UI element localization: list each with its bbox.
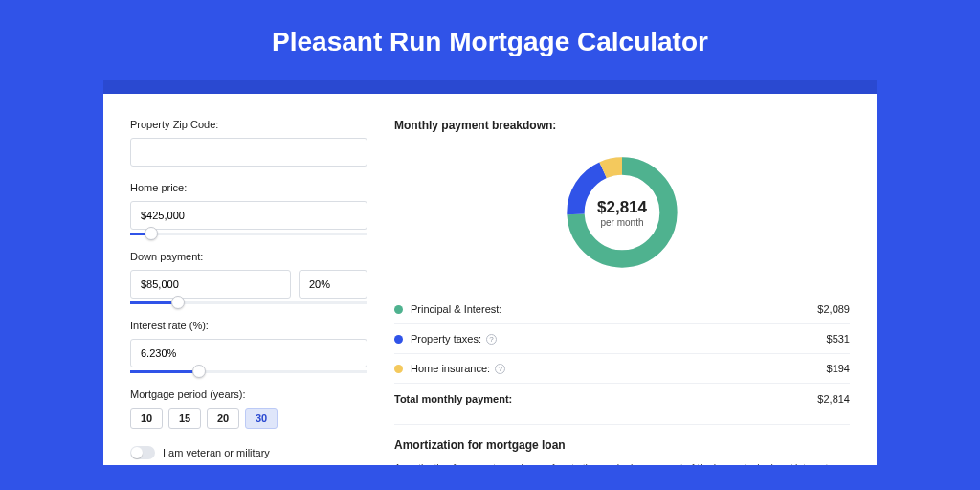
amortization-text: Amortization for a mortgage loan refers … <box>394 461 850 465</box>
down-payment-slider[interactable] <box>130 301 368 304</box>
total-label: Total monthly payment: <box>394 393 817 405</box>
home-price-slider-thumb[interactable] <box>145 227 158 240</box>
zip-input[interactable] <box>130 138 368 167</box>
legend-swatch <box>394 335 403 344</box>
period-option-15[interactable]: 15 <box>168 408 201 429</box>
legend-swatch <box>394 365 403 373</box>
home-price-label: Home price: <box>130 182 368 193</box>
total-row: Total monthly payment: $2,814 <box>394 383 850 416</box>
info-icon[interactable]: ? <box>495 364 505 374</box>
legend-swatch <box>394 305 403 314</box>
amortization-heading: Amortization for mortgage loan <box>394 438 850 452</box>
interest-row: Interest rate (%): <box>130 320 368 373</box>
breakdown-heading: Monthly payment breakdown: <box>394 119 850 132</box>
down-payment-slider-thumb[interactable] <box>171 296 185 309</box>
interest-input[interactable] <box>130 339 368 368</box>
down-payment-pct-input[interactable] <box>299 270 368 299</box>
calculator-card: Property Zip Code: Home price: Down paym… <box>103 94 877 465</box>
interest-slider[interactable] <box>130 370 368 373</box>
legend-row: Home insurance:?$194 <box>394 354 850 383</box>
total-value: $2,814 <box>817 393 850 405</box>
content-band: Property Zip Code: Home price: Down paym… <box>103 80 877 465</box>
veteran-row: I am veteran or military <box>130 446 368 459</box>
toggle-knob <box>131 447 143 458</box>
period-option-10[interactable]: 10 <box>130 408 163 429</box>
legend-label: Home insurance:? <box>411 363 827 374</box>
veteran-label: I am veteran or military <box>163 447 270 458</box>
donut-value: $2,814 <box>597 198 647 217</box>
period-label: Mortgage period (years): <box>130 389 368 400</box>
legend: Principal & Interest:$2,089Property taxe… <box>394 295 850 383</box>
interest-slider-fill <box>130 370 199 373</box>
interest-slider-thumb[interactable] <box>192 365 206 378</box>
interest-label: Interest rate (%): <box>130 320 368 331</box>
zip-label: Property Zip Code: <box>130 119 368 130</box>
legend-row: Principal & Interest:$2,089 <box>394 295 850 324</box>
donut-sub: per month <box>600 217 643 228</box>
down-payment-row: Down payment: <box>130 251 368 304</box>
period-row-wrap: Mortgage period (years): 10152030 <box>130 389 368 429</box>
veteran-toggle[interactable] <box>130 446 155 459</box>
period-options: 10152030 <box>130 408 368 429</box>
home-price-input[interactable] <box>130 201 368 230</box>
legend-label: Principal & Interest: <box>411 303 817 315</box>
donut-wrap: $2,814 per month <box>394 142 850 295</box>
legend-label: Property taxes:? <box>411 333 827 345</box>
period-option-20[interactable]: 20 <box>207 408 239 429</box>
legend-row: Property taxes:?$531 <box>394 324 850 354</box>
donut-center: $2,814 per month <box>561 151 683 274</box>
down-payment-label: Down payment: <box>130 251 368 262</box>
inputs-column: Property Zip Code: Home price: Down paym… <box>130 119 368 465</box>
legend-value: $194 <box>827 363 850 374</box>
zip-field-row: Property Zip Code: <box>130 119 368 167</box>
info-icon[interactable]: ? <box>486 334 497 345</box>
period-option-30[interactable]: 30 <box>245 408 278 429</box>
legend-value: $2,089 <box>817 303 850 315</box>
legend-label-text: Property taxes: <box>411 333 481 345</box>
home-price-slider[interactable] <box>130 233 368 235</box>
legend-label-text: Home insurance: <box>411 363 490 374</box>
legend-value: $531 <box>827 333 850 345</box>
donut-chart: $2,814 per month <box>561 151 683 274</box>
legend-label-text: Principal & Interest: <box>411 303 501 315</box>
home-price-row: Home price: <box>130 182 368 235</box>
down-payment-input[interactable] <box>130 270 291 299</box>
amortization-block: Amortization for mortgage loan Amortizat… <box>394 424 850 465</box>
page-title: Pleasant Run Mortgage Calculator <box>0 0 980 80</box>
breakdown-column: Monthly payment breakdown: $2,814 per mo… <box>394 119 850 465</box>
